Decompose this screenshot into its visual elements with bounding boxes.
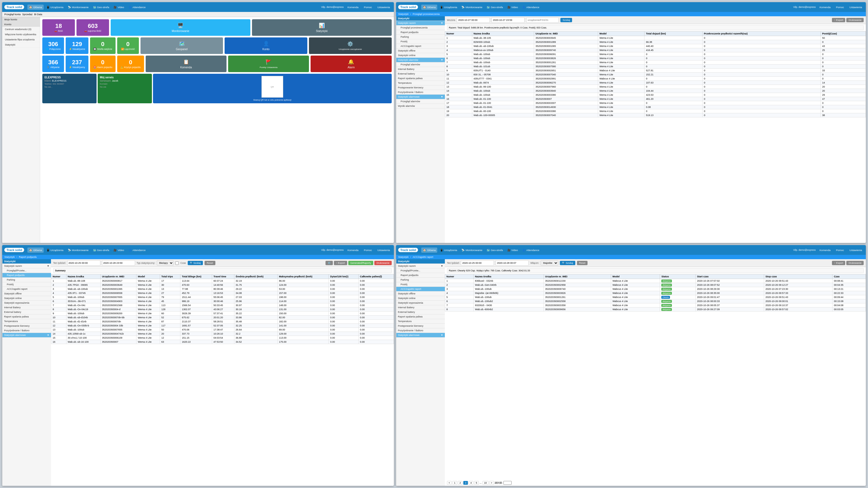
bl-external[interactable]: External battery [2,310,51,315]
tr-device-filter[interactable] [526,18,559,23]
br-komenda[interactable]: Komenda [818,248,832,253]
tr-nav-home[interactable]: 🏠 Główna [421,5,437,10]
stats-alarmy-tr[interactable]: Statystyki alarmów ▼ [396,58,445,62]
br-page-5[interactable]: 5 [474,481,479,485]
nav-komenda[interactable]: Komenda [346,5,360,10]
tr-nav-geo[interactable]: 🗺️ Geo-strefa [485,5,504,10]
bl-export2-btn[interactable]: ↑ Export [334,261,347,265]
br-to[interactable] [496,260,529,266]
stats-przeglad-tr[interactable]: Przegląd przesiewczenia [396,26,445,30]
bl-nav-monitoring[interactable]: 📡 Monitorowanie [66,248,90,253]
tile-monitorowanie[interactable]: 🖥️ Monitorowanie [111,19,250,36]
sidebar-statystyki[interactable]: Statystyki [2,42,40,47]
br-page-3[interactable]: 3 [463,481,468,485]
br-nav-geo[interactable]: 🗺️ Geo-strefa [485,248,504,253]
br-alarmowe[interactable]: Statystyki alarmowe ▼ [396,333,445,337]
sidebar-wlaczone[interactable]: Włączone konto użytkownika [2,32,40,37]
br-postoj[interactable]: Postój [396,282,445,287]
tr-drukowanie-btn[interactable]: Drukowanie [846,18,864,22]
bl-nav-geo[interactable]: 🗺️ Geo-strefa [91,248,111,253]
nav-pomoc[interactable]: Pomoc [362,5,374,10]
bl-postoj[interactable]: Postój [2,282,51,287]
br-wyposazenia[interactable]: Statystyki wyposażenia [396,301,445,305]
br-kierowcy[interactable]: Postępowanie kierowcy [396,324,445,328]
bl-internal[interactable]: Internal Battery [2,305,51,310]
stats-internal-tr[interactable]: Internal Battery [396,67,445,72]
sidebar-centrum[interactable]: Centrum wiadomości (0) [2,27,40,32]
nav-geo[interactable]: 🗺️ Geo-strefa [91,5,111,10]
bl-nav-devices[interactable]: 📱 Urządzenia [45,248,65,253]
app-logo[interactable]: Track solid [4,5,24,9]
bl-to[interactable] [102,260,135,266]
bl-pomoc[interactable]: Pomoc [362,248,374,253]
bl-parking[interactable]: Parking [2,278,51,282]
br-from[interactable] [461,260,494,266]
br-page-next[interactable]: > [489,481,494,485]
br-parking[interactable]: Parking [396,278,445,282]
bl-baltoro[interactable]: Pozy/pobranie / Baltoro [2,328,51,333]
tile-geopanel[interactable]: 🗺️ Geopanel [141,37,223,54]
stats-offline-tr[interactable]: Statystyki offline [396,48,445,53]
br-external[interactable]: External battery [396,310,445,315]
tr-nav-monitoring[interactable]: 📡 Monitorowanie [460,5,484,10]
br-export-btn[interactable]: ↑ Export [832,261,845,265]
tile-konto[interactable]: 👤 Konto [225,37,307,54]
tr-nav-video[interactable]: 🎥 Video [506,5,520,10]
stats-przeglad2-tr[interactable]: Przegląd alarmów [396,99,445,104]
app-logo-bl[interactable]: Track solid [4,248,24,252]
tile-punkty[interactable]: 🚩 Punkty Ustawienia [228,56,309,72]
tile-komenda[interactable]: 📋 Komenda [146,56,226,72]
stats-razem-tr[interactable]: Statystyki razem ▼ [396,21,445,26]
br-page-prev[interactable]: < [447,481,452,485]
br-baltoro[interactable]: Pozy/pobranie / Baltoro [396,328,445,333]
bl-offline[interactable]: Statystyki offline [2,291,51,296]
bl-wyposazenia[interactable]: Statystyki wyposażenia [2,301,51,305]
br-raport[interactable]: Raport podjazdu [396,273,445,278]
bl-online[interactable]: Statystyki online [2,296,51,301]
stats-raport-tr[interactable]: Raport podjazdu [396,30,445,35]
bl-ustawienia[interactable]: Ustawienia [376,248,392,253]
tr-export-btn[interactable]: ↑ Export [832,18,845,22]
bl-komenda[interactable]: Komenda [346,248,360,253]
stats-postoj-tr[interactable]: Postój [396,39,445,44]
br-vehicle-select[interactable]: Majzebe [540,260,558,266]
br-jump-input[interactable] [503,481,512,485]
br-page-4[interactable]: 4 [469,481,473,485]
br-razem[interactable]: Statystyki razem ▼ [396,264,445,268]
stats-paliwo-tr[interactable]: Raport spalania paliwa [396,76,445,81]
tr-from-date[interactable] [457,18,490,23]
br-nav-home[interactable]: 🏠 Główna [421,248,437,253]
nav-attendance[interactable]: 👤 Attendance [127,5,147,10]
bl-generated-btn[interactable]: Generated/Raporty [348,261,373,265]
br-page-2[interactable]: 2 [458,481,463,485]
tr-nav-pomoc[interactable]: Pomoc [834,5,846,10]
br-offline[interactable]: Statystyki offline [396,291,445,296]
br-internal[interactable]: Internal Battery [396,305,445,310]
br-drukowanie-btn[interactable]: Drukowanie [846,261,864,265]
br-page-1[interactable]: 1 [453,481,457,485]
tr-to-date[interactable] [492,18,525,23]
br-nav-attend[interactable]: 👤 Attendance [521,248,541,253]
tr-nav-ustawienia[interactable]: Ustawienia [848,5,864,10]
bl-temp[interactable]: Temperatura [2,319,51,324]
br-ustawienia[interactable]: Ustawienia [848,248,864,253]
tile-urzadzenie[interactable]: ⚙️ Urządzenie zarządzanie [309,37,392,54]
bl-szukaj-btn[interactable]: 🔍 Szukaj [188,261,203,265]
tr-nav-devices[interactable]: 📱 Urządzenia [438,5,459,10]
br-online[interactable]: Statystyki online [396,296,445,301]
nav-devices[interactable]: 📱 Urządzenia [45,5,65,10]
tr-nav-komenda[interactable]: Komenda [818,5,832,10]
bl-raport[interactable]: Raport podjazdu [2,273,51,278]
bl-nav-video[interactable]: 🎥 Video [112,248,126,253]
sidebar-ustawienie[interactable]: Ustawienie filpa urządzenia [2,37,40,42]
bl-kierowcy[interactable]: Postępowanie kierowcy [2,324,51,328]
stats-temp-tr[interactable]: Temperatura [396,81,445,86]
stats-wyniki-tr[interactable]: Wyniki alarmów [396,104,445,108]
bl-acc[interactable]: ACC/ząpełni raport [2,287,51,291]
bl-drukowanie-btn[interactable]: Drukowanie [374,261,392,265]
stats-kierowcy-tr[interactable]: Postępowanie kierowcy [396,86,445,90]
bl-alarmowe[interactable]: Statystyki alarmowe ▼ [2,333,51,337]
br-page-10[interactable]: 10 [483,481,489,485]
stats-baltoro-tr[interactable]: Pozy/pobranie / Baltoro [396,90,445,95]
bl-razem[interactable]: Statystyki razem ▼ [2,264,51,268]
